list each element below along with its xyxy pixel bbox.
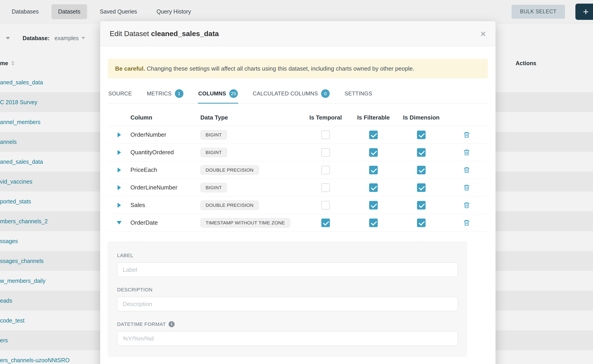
is-filterable-checkbox[interactable] — [369, 130, 378, 139]
column-name: OrderLineNumber — [130, 184, 200, 191]
tab-columns[interactable]: COLUMNS 25 — [198, 86, 238, 104]
columns-table: Column Data Type Is Temporal Is Filterab… — [108, 109, 488, 232]
is-dimension-checkbox[interactable] — [417, 166, 426, 174]
data-type-header: Data Type — [200, 114, 302, 121]
modal-header: Edit Dataset cleaned_sales_data × — [100, 21, 495, 46]
column-name: OrderNumber — [130, 131, 200, 138]
column-row: OrderNumber BIGINT — [108, 126, 488, 144]
data-type-badge: DOUBLE PRECISION — [200, 201, 259, 210]
datetime-format-field: DATETIME FORMAT i — [117, 321, 458, 346]
is-temporal-checkbox[interactable] — [321, 130, 330, 139]
description-field: DESCRIPTION — [117, 287, 458, 311]
column-row: QuantityOrdered BIGINT — [108, 144, 488, 161]
metrics-count-badge: 1 — [175, 89, 184, 98]
modal-body: Be careful. Changing these settings will… — [100, 46, 495, 357]
column-row: OrderDate TIMESTAMP WITHOUT TIME ZONE — [108, 214, 488, 232]
column-name: PriceEach — [130, 166, 200, 173]
columns-table-header: Column Data Type Is Temporal Is Filterab… — [108, 109, 488, 126]
is-temporal-header: Is Temporal — [302, 114, 349, 121]
is-dimension-checkbox[interactable] — [417, 130, 426, 139]
column-name: Sales — [130, 202, 200, 209]
edit-dataset-modal: Edit Dataset cleaned_sales_data × Be car… — [100, 21, 495, 364]
screen: Databases Datasets Saved Queries Query H… — [0, 0, 593, 364]
is-temporal-checkbox[interactable] — [321, 148, 330, 157]
label-field-label: LABEL — [117, 253, 458, 259]
label-field: LABEL — [117, 253, 458, 277]
column-row: Sales DOUBLE PRECISION — [108, 196, 488, 214]
info-icon: i — [169, 321, 175, 327]
datetime-format-input[interactable] — [117, 331, 458, 346]
is-temporal-checkbox[interactable] — [321, 219, 330, 227]
data-type-badge: TIMESTAMP WITHOUT TIME ZONE — [200, 218, 290, 228]
delete-column-icon[interactable] — [463, 219, 470, 227]
column-name: QuantityOrdered — [130, 149, 200, 156]
delete-column-icon[interactable] — [463, 131, 470, 139]
data-type-badge: BIGINT — [200, 183, 227, 192]
description-input[interactable] — [117, 297, 458, 311]
expand-caret-icon[interactable] — [118, 185, 121, 190]
tab-metrics[interactable]: METRICS 1 — [146, 86, 184, 104]
column-row: OrderLineNumber BIGINT — [108, 179, 488, 196]
is-temporal-checkbox[interactable] — [321, 201, 330, 209]
is-temporal-checkbox[interactable] — [321, 183, 330, 192]
modal-title: Edit Dataset cleaned_sales_data — [110, 30, 219, 38]
close-icon[interactable]: × — [480, 29, 486, 39]
description-field-label: DESCRIPTION — [117, 287, 458, 293]
is-filterable-checkbox[interactable] — [369, 183, 378, 192]
delete-column-icon[interactable] — [463, 166, 470, 174]
is-dimension-header: Is Dimension — [397, 114, 445, 121]
is-dimension-checkbox[interactable] — [417, 183, 426, 192]
delete-column-icon[interactable] — [463, 149, 470, 156]
dataset-name: cleaned_sales_data — [151, 30, 219, 38]
is-filterable-header: Is Filterable — [349, 114, 397, 121]
delete-column-icon[interactable] — [463, 184, 470, 191]
data-type-badge: BIGINT — [200, 148, 227, 157]
is-temporal-checkbox[interactable] — [321, 166, 330, 174]
datetime-format-field-label: DATETIME FORMAT i — [117, 321, 458, 327]
data-type-badge: DOUBLE PRECISION — [200, 165, 259, 175]
calculated-columns-count-badge: 0 — [321, 89, 330, 98]
label-input[interactable] — [117, 262, 458, 277]
delete-column-icon[interactable] — [463, 202, 470, 209]
modal-tabs: SOURCE METRICS 1 COLUMNS 25 CALCULATED C… — [108, 86, 488, 104]
column-header: Column — [130, 114, 200, 121]
expand-caret-icon[interactable] — [118, 132, 121, 137]
tab-settings[interactable]: SETTINGS — [344, 86, 373, 104]
is-dimension-checkbox[interactable] — [417, 201, 426, 209]
column-name: OrderDate — [130, 219, 200, 226]
collapse-caret-icon[interactable] — [117, 221, 122, 224]
column-row: PriceEach DOUBLE PRECISION — [108, 161, 488, 179]
expand-caret-icon[interactable] — [118, 203, 121, 208]
is-dimension-checkbox[interactable] — [417, 219, 426, 227]
data-type-badge: BIGINT — [200, 130, 227, 140]
columns-count-badge: 25 — [229, 89, 238, 98]
warning-banner: Be careful. Changing these settings will… — [108, 59, 488, 78]
expand-caret-icon[interactable] — [118, 168, 121, 173]
is-filterable-checkbox[interactable] — [369, 166, 378, 174]
tab-source[interactable]: SOURCE — [108, 86, 132, 104]
tab-calculated-columns[interactable]: CALCULATED COLUMNS 0 — [252, 86, 330, 104]
is-dimension-checkbox[interactable] — [417, 148, 426, 157]
is-filterable-checkbox[interactable] — [369, 201, 378, 209]
is-filterable-checkbox[interactable] — [369, 219, 378, 227]
column-detail-panel: LABEL DESCRIPTION DATETIME FORMAT i — [108, 241, 467, 357]
is-filterable-checkbox[interactable] — [369, 148, 378, 157]
expand-caret-icon[interactable] — [118, 150, 121, 155]
